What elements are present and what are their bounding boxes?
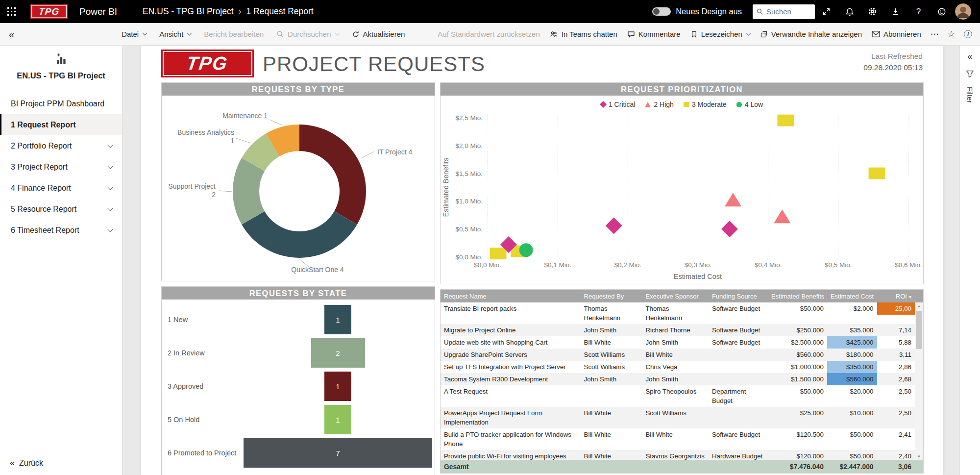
- teams-chat-button[interactable]: In Teams chatten: [545, 26, 622, 42]
- table-cell: 5,88: [877, 336, 915, 349]
- donut-label-line: [270, 120, 282, 125]
- column-header[interactable]: Estimated Cost: [827, 293, 877, 300]
- related-content-button[interactable]: Verwandte Inhalte anzeigen: [756, 26, 866, 42]
- table-row[interactable]: Set up TFS Integration with Project Serv…: [441, 361, 915, 373]
- scatter-point[interactable]: [725, 193, 741, 206]
- table-row[interactable]: Translate BI report packsThomas Henkelma…: [441, 302, 915, 324]
- scatter-point[interactable]: [490, 248, 506, 259]
- sidebar-item[interactable]: 1 Request Report: [0, 114, 122, 135]
- filter-funnel-icon[interactable]: [966, 70, 974, 78]
- search-input[interactable]: [766, 7, 808, 16]
- donut-slice[interactable]: [242, 211, 357, 258]
- requests-by-state-chart[interactable]: 1 New12 In Review23 Approved15 On Hold16…: [162, 300, 435, 475]
- table-row[interactable]: Provide public Wi-Fi for visiting employ…: [441, 450, 915, 460]
- table-row[interactable]: Migrate to Project OnlineJohn SmithRicha…: [441, 324, 915, 336]
- scatter-point[interactable]: [869, 168, 885, 179]
- report-sidebar: EN.US - TPG BI Project BI Project PPM Da…: [0, 46, 122, 475]
- download-icon[interactable]: [884, 0, 907, 23]
- table-scrollbar[interactable]: ▲ ▼: [915, 302, 923, 460]
- table-row[interactable]: Upgrade SharePoint ServersScott Williams…: [441, 349, 915, 361]
- search-box[interactable]: [753, 4, 815, 19]
- breadcrumb-workspace[interactable]: EN.US - TPG BI Project: [143, 6, 233, 17]
- sidebar-item-label: 2 Portfolio Report: [11, 142, 72, 150]
- column-header[interactable]: Funding Source: [709, 293, 768, 300]
- column-header[interactable]: Executive Sponsor: [642, 293, 709, 300]
- scroll-up-icon[interactable]: ▲: [915, 302, 923, 310]
- fullscreen-icon[interactable]: [815, 0, 838, 23]
- table-cell: Tacoma System R300 Development: [441, 373, 581, 385]
- feedback-smiley-icon[interactable]: [930, 0, 953, 23]
- funnel-bar[interactable]: 1: [324, 305, 351, 334]
- bookmarks-menu[interactable]: Lesezeichen: [686, 26, 755, 42]
- last-refreshed-value: 09.28.2020 05:13: [863, 62, 923, 73]
- column-header[interactable]: Requested By: [581, 293, 642, 300]
- funnel-bar[interactable]: 1: [324, 372, 351, 401]
- sort-caret-icon: ▾: [909, 294, 911, 300]
- scatter-point[interactable]: [721, 221, 738, 237]
- chevron-down-icon[interactable]: [107, 226, 113, 232]
- x-tick-label: $0,4 Mio.: [755, 261, 782, 269]
- sidebar-item[interactable]: 6 Timesheet Report: [0, 220, 122, 241]
- comments-button[interactable]: Kommentare: [623, 26, 685, 42]
- app-name: Power BI: [79, 6, 117, 17]
- waffle-menu-icon[interactable]: [0, 0, 23, 23]
- chevron-down-icon[interactable]: [107, 163, 113, 169]
- donut-label: Maintenance 1: [222, 112, 268, 120]
- view-menu[interactable]: Ansicht: [155, 26, 196, 42]
- table-row[interactable]: Build a PTO tracker application for Wind…: [441, 428, 915, 450]
- table-row[interactable]: Tacoma System R300 DevelopmentJohn Smith…: [441, 373, 915, 385]
- refresh-button[interactable]: Aktualisieren: [347, 26, 410, 42]
- sidebar-item[interactable]: 3 Project Report: [0, 156, 122, 177]
- file-menu[interactable]: Datei: [117, 26, 151, 42]
- chevron-down-icon[interactable]: [107, 184, 113, 190]
- help-icon[interactable]: ?: [907, 0, 930, 23]
- workspace-header: EN.US - TPG BI Project: [0, 46, 122, 80]
- new-design-toggle[interactable]: [652, 7, 671, 16]
- funnel-bar[interactable]: 1: [324, 405, 351, 434]
- requests-by-type-chart[interactable]: IT Project 4QuickStart One 4Support Proj…: [162, 96, 435, 282]
- chevron-down-icon[interactable]: [107, 142, 113, 148]
- column-header[interactable]: ROI▾: [877, 293, 915, 300]
- column-header[interactable]: Request Name: [441, 293, 581, 300]
- settings-gear-icon[interactable]: [861, 0, 884, 23]
- sidebar-item[interactable]: BI Project PPM Dashboard: [0, 93, 122, 114]
- donut-label-line: [362, 151, 374, 158]
- scatter-point[interactable]: [777, 115, 794, 126]
- funnel-bar[interactable]: 7: [244, 438, 432, 468]
- column-header[interactable]: Estimated Benefits: [768, 293, 827, 300]
- donut-slice[interactable]: [299, 125, 366, 225]
- sidebar-item-label: 5 Resource Report: [11, 205, 76, 214]
- subscribe-button[interactable]: Abonnieren: [867, 26, 926, 42]
- table-cell: $560.000: [827, 373, 877, 385]
- table-cell: $50.000: [768, 302, 827, 315]
- table-cell: $20.000: [827, 385, 877, 398]
- collapse-sidebar-icon[interactable]: «: [9, 29, 14, 39]
- scatter-point[interactable]: [606, 217, 622, 234]
- table-row[interactable]: A Test RequestSpiro TheopoulosDepartment…: [441, 385, 915, 407]
- funnel-bar[interactable]: 2: [311, 338, 365, 368]
- breadcrumb-report[interactable]: 1 Request Report: [246, 6, 314, 17]
- table-cell: John Smith: [642, 336, 709, 349]
- table-row[interactable]: PowerApps Project Request Form Implement…: [441, 407, 915, 428]
- request-prioritization-chart[interactable]: $0,0 Mio.$0,1 Mio.$0,2 Mio.$0,3 Mio.$0,4…: [441, 96, 923, 284]
- sidebar-item[interactable]: 2 Portfolio Report: [0, 135, 122, 156]
- expand-filter-pane-icon[interactable]: «: [967, 51, 973, 61]
- scroll-down-icon[interactable]: ▼: [915, 453, 923, 460]
- favorite-star-icon[interactable]: ☆: [944, 26, 959, 42]
- more-options-icon[interactable]: ⋯: [927, 26, 943, 42]
- tpg-logo[interactable]: TPG: [30, 4, 68, 19]
- avatar[interactable]: [955, 3, 971, 20]
- funnel-row: 6 Promoted to Project7: [168, 438, 435, 468]
- table-cell: $50.000: [768, 385, 827, 398]
- scatter-point[interactable]: [774, 209, 790, 223]
- chevron-down-icon[interactable]: [107, 205, 113, 211]
- sidebar-item[interactable]: 5 Resource Report: [0, 199, 122, 220]
- scroll-thumb[interactable]: [916, 311, 922, 349]
- sidebar-item[interactable]: 4 Finance Report: [0, 177, 122, 199]
- notifications-bell-icon[interactable]: [838, 0, 861, 23]
- chevron-down-icon: [746, 31, 751, 36]
- table-row[interactable]: Update web site with Shopping CartBill W…: [441, 336, 915, 349]
- scatter-point[interactable]: [519, 243, 533, 257]
- back-button[interactable]: « Zurück: [10, 458, 43, 468]
- info-icon[interactable]: i: [960, 26, 976, 42]
